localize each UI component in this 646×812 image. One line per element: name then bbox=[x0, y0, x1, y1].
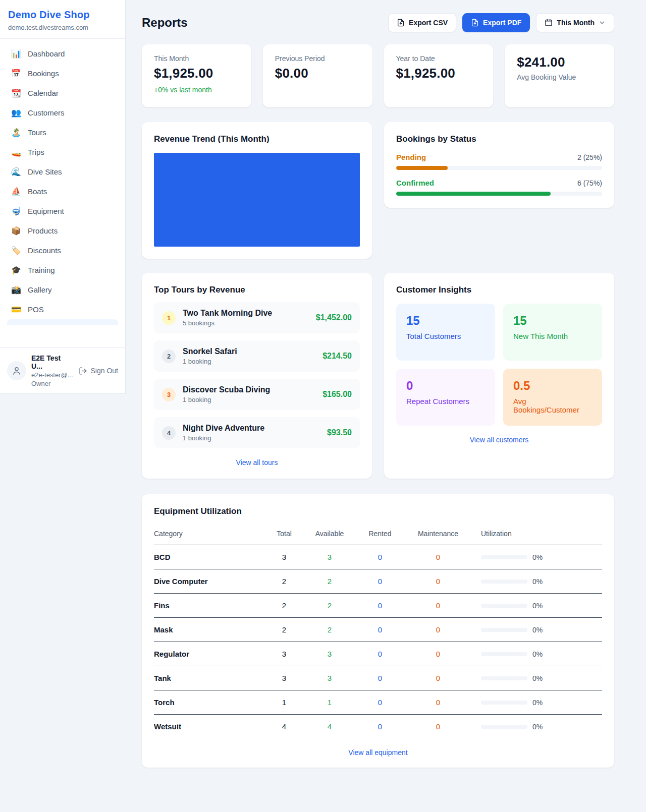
cell-category: BCD bbox=[154, 553, 264, 561]
cell-available: 2 bbox=[304, 601, 355, 610]
cell-utilization: 0% bbox=[471, 650, 602, 658]
insight-total-customers: 15 Total Customers bbox=[396, 304, 495, 361]
revenue-trend-title: Revenue Trend (This Month) bbox=[154, 134, 360, 144]
insight-value: 15 bbox=[513, 314, 592, 328]
sidebar-item-tours[interactable]: 🏝️ Tours bbox=[4, 123, 121, 142]
status-label: Pending bbox=[396, 153, 426, 161]
shop-domain: demo.test.divestreams.com bbox=[8, 24, 117, 31]
stat-value: $1,925.00 bbox=[154, 66, 239, 81]
tour-row: 4 Night Dive Adventure 1 booking $93.50 bbox=[154, 417, 360, 448]
credit-card-icon: 💳 bbox=[11, 305, 21, 314]
cell-maintenance: 0 bbox=[405, 722, 471, 731]
bookings-by-status-panel: Bookings by Status Pending 2 (25%) Confi… bbox=[384, 122, 614, 208]
tour-revenue: $93.50 bbox=[327, 428, 352, 437]
stat-label: Previous Period bbox=[275, 54, 360, 63]
cell-rented: 0 bbox=[355, 650, 405, 658]
cell-rented: 0 bbox=[355, 674, 405, 682]
export-pdf-button[interactable]: Export PDF bbox=[462, 13, 530, 32]
camera-icon: 📸 bbox=[11, 285, 21, 295]
tour-name: Night Dive Adventure bbox=[183, 424, 320, 433]
sign-out-button[interactable]: Sign Out bbox=[79, 367, 118, 375]
cell-utilization: 0% bbox=[471, 699, 602, 707]
sidebar-item-dashboard[interactable]: 📊 Dashboard bbox=[4, 44, 121, 64]
period-label: This Month bbox=[557, 19, 595, 27]
sidebar-item-label: Customers bbox=[28, 108, 65, 117]
tour-bookings: 1 booking bbox=[183, 434, 320, 442]
cell-rented: 0 bbox=[355, 553, 405, 561]
stat-value: $0.00 bbox=[275, 66, 360, 81]
stat-value: $241.00 bbox=[517, 54, 602, 70]
user-email: e2e-tester@... bbox=[31, 371, 74, 379]
chevron-down-icon bbox=[599, 19, 606, 26]
utilization-percent: 0% bbox=[532, 650, 543, 658]
sidebar-item-reports-active-partial[interactable] bbox=[7, 319, 118, 325]
cell-total: 2 bbox=[264, 601, 304, 610]
export-csv-button[interactable]: Export CSV bbox=[388, 13, 456, 32]
table-row: Torch 1 1 0 0 0% bbox=[154, 690, 602, 715]
tour-row: 1 Two Tank Morning Dive 5 bookings $1,45… bbox=[154, 302, 360, 333]
cell-category: Fins bbox=[154, 601, 264, 610]
speedboat-icon: 🚤 bbox=[11, 147, 21, 157]
view-all-tours-link[interactable]: View all tours bbox=[154, 458, 360, 467]
cell-maintenance: 0 bbox=[405, 601, 471, 610]
insight-value: 15 bbox=[406, 314, 485, 328]
table-row: Tank 3 3 0 0 0% bbox=[154, 666, 602, 690]
sidebar-item-dive-sites[interactable]: 🌊 Dive Sites bbox=[4, 162, 121, 182]
bookings-by-status-title: Bookings by Status bbox=[396, 134, 602, 144]
period-dropdown[interactable]: This Month bbox=[536, 13, 614, 32]
sidebar-item-equipment[interactable]: 🤿 Equipment bbox=[4, 201, 121, 221]
utilization-percent: 0% bbox=[532, 699, 543, 707]
rank-badge: 2 bbox=[162, 350, 176, 363]
cell-category: Tank bbox=[154, 674, 264, 682]
sidebar-item-trips[interactable]: 🚤 Trips bbox=[4, 142, 121, 162]
sidebar-item-gallery[interactable]: 📸 Gallery bbox=[4, 280, 121, 300]
stat-card-avg-booking-value: $241.00 Avg Booking Value bbox=[505, 44, 614, 107]
stat-label: Year to Date bbox=[396, 54, 481, 63]
user-panel: E2E Test U... e2e-tester@... Owner Sign … bbox=[0, 347, 125, 393]
sidebar-item-bookings[interactable]: 📅 Bookings bbox=[4, 64, 121, 83]
sidebar-item-training[interactable]: 🎓 Training bbox=[4, 260, 121, 280]
view-all-customers-link[interactable]: View all customers bbox=[396, 436, 602, 444]
shop-name: Demo Dive Shop bbox=[8, 9, 117, 21]
sidebar-item-label: Trips bbox=[28, 148, 44, 156]
insight-repeat-customers: 0 Repeat Customers bbox=[396, 369, 495, 426]
stat-card-year-to-date: Year to Date $1,925.00 bbox=[384, 44, 494, 107]
sidebar-item-pos[interactable]: 💳 POS bbox=[4, 300, 121, 319]
cell-rented: 0 bbox=[355, 698, 405, 707]
sidebar-item-label: Tours bbox=[28, 128, 46, 137]
cell-rented: 0 bbox=[355, 625, 405, 634]
table-row: Fins 2 2 0 0 0% bbox=[154, 594, 602, 618]
sidebar-item-label: Calendar bbox=[28, 89, 59, 97]
wave-icon: 🌊 bbox=[11, 167, 21, 177]
cell-total: 3 bbox=[264, 674, 304, 682]
file-download-icon bbox=[397, 19, 405, 27]
rank-badge: 4 bbox=[162, 426, 176, 440]
cell-utilization: 0% bbox=[471, 723, 602, 731]
page-header: Reports Export CSV Export PDF This Month bbox=[142, 13, 614, 32]
tour-name: Discover Scuba Diving bbox=[183, 385, 315, 394]
cell-maintenance: 0 bbox=[405, 577, 471, 586]
view-all-equipment-link[interactable]: View all equipment bbox=[154, 748, 602, 757]
cell-available: 3 bbox=[304, 553, 355, 561]
cell-total: 3 bbox=[264, 650, 304, 658]
cell-utilization: 0% bbox=[471, 602, 602, 610]
cell-total: 4 bbox=[264, 722, 304, 731]
export-csv-label: Export CSV bbox=[409, 19, 448, 27]
cell-total: 3 bbox=[264, 553, 304, 561]
status-count: 6 (75%) bbox=[577, 179, 602, 187]
sidebar-item-boats[interactable]: ⛵ Boats bbox=[4, 182, 121, 201]
sidebar-item-calendar[interactable]: 📆 Calendar bbox=[4, 83, 121, 103]
insight-label: Avg Bookings/Customer bbox=[513, 397, 592, 414]
status-row-confirmed: Confirmed 6 (75%) bbox=[396, 179, 602, 196]
sidebar-item-discounts[interactable]: 🏷️ Discounts bbox=[4, 241, 121, 260]
tour-bookings: 1 booking bbox=[183, 396, 315, 403]
tour-revenue: $1,452.00 bbox=[316, 313, 352, 322]
tour-bookings: 5 bookings bbox=[183, 319, 309, 327]
sidebar-item-customers[interactable]: 👥 Customers bbox=[4, 103, 121, 123]
cell-category: Torch bbox=[154, 698, 264, 707]
cell-rented: 0 bbox=[355, 577, 405, 586]
status-row-pending: Pending 2 (25%) bbox=[396, 153, 602, 170]
rank-badge: 3 bbox=[162, 388, 176, 401]
sidebar-item-products[interactable]: 📦 Products bbox=[4, 221, 121, 241]
column-header-utilization: Utilization bbox=[471, 530, 602, 538]
